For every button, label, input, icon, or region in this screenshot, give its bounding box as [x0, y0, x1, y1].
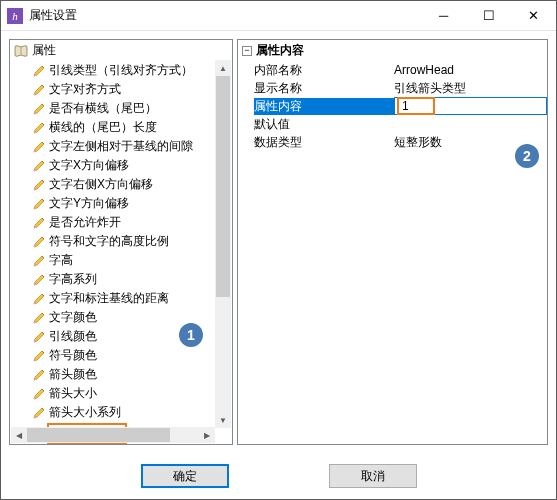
tree-item-label: 字高	[49, 252, 73, 269]
close-button[interactable]: ✕	[511, 1, 556, 30]
maximize-button[interactable]: ☐	[466, 1, 511, 30]
tree-item-label: 是否允许炸开	[49, 214, 121, 231]
collapse-icon[interactable]: −	[242, 46, 252, 56]
tree-item-label: 是否有横线（尾巴）	[49, 100, 157, 117]
property-value: 引线箭头类型	[394, 80, 547, 97]
tree-item-label: 引线类型（引线对齐方式）	[49, 62, 193, 79]
tree-item[interactable]: 箭头颜色	[12, 365, 215, 384]
annotation-badge-2: 2	[515, 144, 539, 168]
right-panel-title: 属性内容	[256, 42, 304, 59]
tree-item[interactable]: 箭头大小	[12, 384, 215, 403]
tree-item[interactable]: 符号和文字的高度比例	[12, 232, 215, 251]
pencil-icon	[32, 349, 46, 363]
cancel-button[interactable]: 取消	[329, 464, 417, 488]
tree-item-label: 文字和标注基线的距离	[49, 290, 169, 307]
tree-item-label: 文字X方向偏移	[49, 157, 129, 174]
pencil-icon	[32, 121, 46, 135]
window-title: 属性设置	[29, 7, 421, 24]
tree-item-label: 文字Y方向偏移	[49, 195, 129, 212]
property-value-input[interactable]: 1	[394, 97, 547, 115]
property-row[interactable]: 默认值	[254, 115, 547, 133]
pencil-icon	[32, 292, 46, 306]
tree-item[interactable]: 文字对齐方式	[12, 80, 215, 99]
scroll-up-icon[interactable]: ▲	[215, 60, 231, 76]
tree-item[interactable]: 引线类型（引线对齐方式）	[12, 61, 215, 80]
pencil-icon	[32, 235, 46, 249]
tree-item[interactable]: 文字和标注基线的距离	[12, 289, 215, 308]
left-panel: 属性 引线类型（引线对齐方式）文字对齐方式是否有横线（尾巴）横线的（尾巴）长度文…	[9, 39, 233, 445]
ok-button[interactable]: 确定	[141, 464, 229, 488]
dialog-window: h 属性设置 ─ ☐ ✕ 属性 引线类型（引线对齐方式）文字对齐方式是否有横线（…	[0, 0, 557, 500]
pencil-icon	[32, 216, 46, 230]
scroll-right-icon[interactable]: ▶	[199, 427, 215, 443]
pencil-icon	[32, 197, 46, 211]
scroll-down-icon[interactable]: ▼	[215, 412, 231, 428]
minimize-button[interactable]: ─	[421, 1, 466, 30]
tree-item[interactable]: 文字Y方向偏移	[12, 194, 215, 213]
tree-item-label: 文字左侧相对于基线的间隙	[49, 138, 193, 155]
pencil-icon	[32, 273, 46, 287]
property-row[interactable]: 属性内容1	[254, 97, 547, 115]
window-controls: ─ ☐ ✕	[421, 1, 556, 30]
tree-item[interactable]: 文字右侧X方向偏移	[12, 175, 215, 194]
tree-item[interactable]: 是否允许炸开	[12, 213, 215, 232]
tree-item[interactable]: 字高系列	[12, 270, 215, 289]
property-list: 内部名称ArrowHead显示名称引线箭头类型属性内容1默认值数据类型短整形数	[238, 61, 547, 444]
left-panel-title: 属性	[32, 42, 56, 59]
tree-item-label: 横线的（尾巴）长度	[49, 119, 157, 136]
pencil-icon	[32, 254, 46, 268]
pencil-icon	[32, 64, 46, 78]
tree-item[interactable]: 箭头大小系列	[12, 403, 215, 422]
dialog-footer: 确定 取消	[1, 453, 556, 499]
tree-item-label: 文字右侧X方向偏移	[49, 176, 153, 193]
scroll-thumb-v[interactable]	[216, 76, 230, 297]
pencil-icon	[32, 368, 46, 382]
tree-item[interactable]: 是否有横线（尾巴）	[12, 99, 215, 118]
tree-item-label: 文字对齐方式	[49, 81, 121, 98]
pencil-icon	[32, 178, 46, 192]
pencil-icon	[32, 330, 46, 344]
tree-item[interactable]: 文字X方向偏移	[12, 156, 215, 175]
tree-item[interactable]: 文字左侧相对于基线的间隙	[12, 137, 215, 156]
tree-item-label: 符号颜色	[49, 347, 97, 364]
tree-item-label: 字高系列	[49, 271, 97, 288]
pencil-icon	[32, 387, 46, 401]
tree-item[interactable]: 横线的（尾巴）长度	[12, 118, 215, 137]
property-tree[interactable]: 引线类型（引线对齐方式）文字对齐方式是否有横线（尾巴）横线的（尾巴）长度文字左侧…	[10, 61, 232, 444]
pencil-icon	[32, 311, 46, 325]
book-icon	[14, 45, 28, 57]
vertical-scrollbar[interactable]: ▲ ▼	[215, 60, 231, 428]
tree-item-label: 箭头颜色	[49, 366, 97, 383]
property-label: 内部名称	[254, 62, 394, 79]
scroll-left-icon[interactable]: ◀	[11, 427, 27, 443]
property-label: 默认值	[254, 116, 394, 133]
pencil-icon	[32, 140, 46, 154]
scroll-thumb-h[interactable]	[27, 428, 170, 442]
app-icon: h	[7, 8, 23, 24]
tree-item[interactable]: 字高	[12, 251, 215, 270]
left-panel-header: 属性	[10, 40, 232, 61]
property-row[interactable]: 数据类型短整形数	[254, 133, 547, 151]
tree-item-label: 引线颜色	[49, 328, 97, 345]
pencil-icon	[32, 102, 46, 116]
property-row[interactable]: 显示名称引线箭头类型	[254, 79, 547, 97]
property-value: 1	[397, 97, 435, 115]
tree-item-label: 箭头大小系列	[49, 404, 121, 421]
pencil-icon	[32, 406, 46, 420]
property-value: ArrowHead	[394, 63, 547, 77]
property-label: 数据类型	[254, 134, 394, 151]
right-panel: − 属性内容 内部名称ArrowHead显示名称引线箭头类型属性内容1默认值数据…	[237, 39, 548, 445]
tree-item-label: 文字颜色	[49, 309, 97, 326]
content-area: 属性 引线类型（引线对齐方式）文字对齐方式是否有横线（尾巴）横线的（尾巴）长度文…	[1, 31, 556, 453]
right-panel-header: − 属性内容	[238, 40, 547, 61]
tree-item[interactable]: 符号颜色	[12, 346, 215, 365]
horizontal-scrollbar[interactable]: ◀ ▶	[11, 427, 215, 443]
annotation-badge-1: 1	[179, 323, 203, 347]
tree-item-label: 符号和文字的高度比例	[49, 233, 169, 250]
pencil-icon	[32, 83, 46, 97]
pencil-icon	[32, 159, 46, 173]
property-label: 显示名称	[254, 80, 394, 97]
property-label: 属性内容	[254, 98, 394, 115]
tree-item-label: 箭头大小	[49, 385, 97, 402]
property-row[interactable]: 内部名称ArrowHead	[254, 61, 547, 79]
